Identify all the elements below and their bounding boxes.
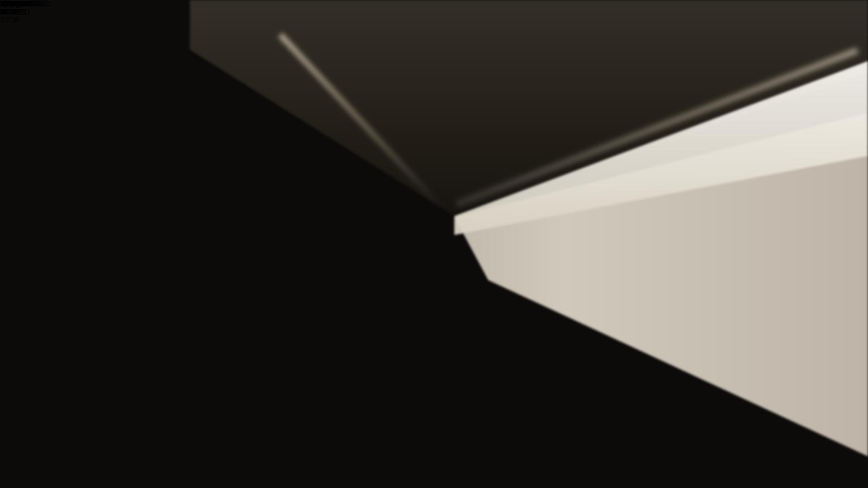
tunnel-scene <box>0 0 868 488</box>
train-sim-cab-view: HUTCHINGS INTL AIRPORT <box>0 0 868 488</box>
stat-label: Hydration <box>0 0 31 8</box>
